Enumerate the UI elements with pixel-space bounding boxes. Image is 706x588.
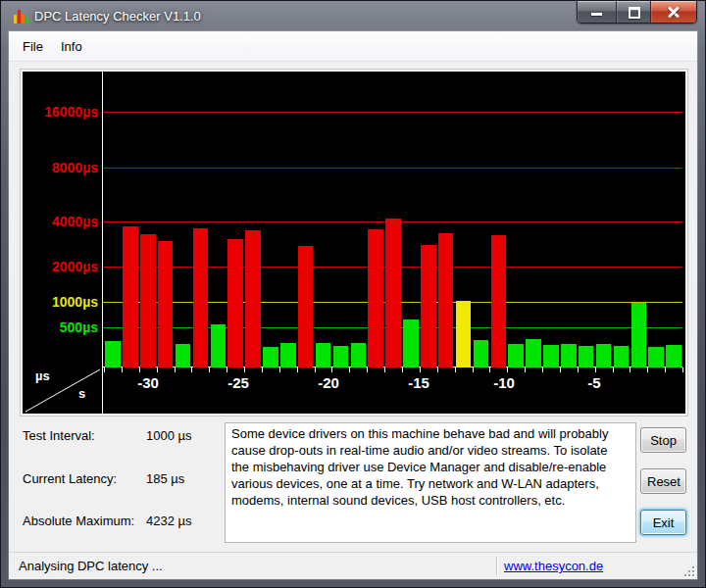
app-window: DPC Latency Checker V1.1.0 File Info µs [0, 0, 706, 588]
latency-bar [245, 230, 261, 368]
latency-bar [596, 344, 612, 368]
x-axis-tick [157, 368, 158, 372]
latency-bar [351, 343, 367, 368]
x-axis-label--20: -20 [306, 374, 351, 391]
y-axis-label-8000: 8000µs [23, 161, 98, 174]
stat-test-interval: Test Interval: 1000 µs [23, 428, 228, 443]
x-axis-tick [209, 368, 210, 372]
maximize-icon [629, 7, 640, 19]
latency-bar [176, 344, 191, 368]
gridline-8000 [103, 168, 682, 169]
menu-bar: File Info [9, 31, 697, 62]
latency-bar [526, 339, 541, 368]
x-axis-tick [613, 368, 614, 372]
x-axis-tick [489, 368, 490, 372]
latency-bar [123, 226, 138, 368]
maximize-button[interactable] [617, 1, 651, 23]
y-axis-line [102, 72, 103, 414]
client-area: µs s 16000µs8000µs4000µs2000µs1000µs500µ… [9, 62, 697, 552]
latency-bar [474, 340, 489, 368]
x-axis-label--25: -25 [216, 374, 261, 391]
stat-value: 185 µs [146, 471, 184, 486]
latency-bar [614, 346, 630, 368]
x-axis-tick [262, 368, 263, 372]
x-axis-tick [525, 368, 526, 372]
latency-bar [333, 346, 349, 368]
latency-bar [438, 233, 454, 368]
stat-value: 1000 µs [146, 428, 192, 443]
stat-absolute-maximum: Absolute Maximum: 4232 µs [23, 514, 228, 528]
x-axis-tick [455, 368, 456, 372]
stat-value: 4232 µs [146, 514, 192, 528]
latency-chart: µs s 16000µs8000µs4000µs2000µs1000µs500µ… [21, 70, 687, 416]
latency-bar [385, 219, 401, 368]
latency-bar [666, 345, 681, 368]
diagnosis-message-box: Some device drivers on this machine beha… [225, 422, 636, 543]
x-axis-tick [331, 368, 332, 372]
close-button[interactable] [651, 1, 696, 23]
x-axis-tick [542, 368, 543, 372]
stat-current-latency: Current Latency: 185 µs [23, 471, 228, 486]
x-axis-tick [437, 368, 438, 372]
latency-bar [648, 347, 664, 368]
stop-button[interactable]: Stop [640, 427, 686, 453]
x-axis-tick [122, 368, 123, 372]
x-axis-tick [682, 368, 683, 372]
latency-bar [211, 324, 227, 368]
latency-bar [508, 344, 524, 368]
latency-bar [280, 343, 296, 368]
x-axis-tick [595, 368, 596, 372]
latency-bar [579, 346, 594, 368]
latency-bar [140, 234, 156, 368]
latency-bar [543, 345, 559, 368]
latency-bar [227, 239, 243, 368]
x-axis-label--15: -15 [396, 374, 441, 391]
x-axis-tick [420, 368, 421, 372]
x-axis-tick [349, 368, 350, 372]
menu-info[interactable]: Info [52, 34, 91, 59]
x-axis-tick [175, 368, 176, 372]
resize-grip-icon[interactable] [682, 564, 695, 577]
latency-bar [298, 246, 314, 368]
x-axis-tick [630, 368, 630, 372]
latency-bar [561, 344, 577, 368]
status-text: Analysing DPC latency ... [19, 559, 163, 573]
latency-bar [631, 303, 647, 368]
reset-button[interactable]: Reset [640, 468, 686, 494]
x-axis-tick [279, 368, 280, 372]
title-bar: DPC Latency Checker V1.1.0 [1, 1, 705, 31]
menu-file[interactable]: File [14, 34, 52, 59]
latency-bar [368, 229, 383, 368]
latency-bar [105, 341, 121, 368]
stat-label: Test Interval: [23, 428, 95, 443]
stat-label: Absolute Maximum: [23, 514, 134, 528]
latency-bar [158, 241, 174, 368]
y-axis-label-500: 500µs [23, 320, 98, 334]
latency-bar [193, 228, 209, 368]
exit-button[interactable]: Exit [640, 510, 686, 535]
axis-corner: µs s [23, 367, 102, 414]
x-axis-tick [473, 368, 474, 372]
minimize-icon [591, 13, 602, 16]
x-axis-unit-label: s [78, 386, 85, 401]
latency-bar [421, 245, 436, 368]
x-axis-tick [367, 368, 368, 372]
latency-bar [491, 235, 507, 368]
x-axis-tick [665, 368, 666, 372]
y-axis-label-4000: 4000µs [23, 215, 98, 228]
minimize-button[interactable] [578, 1, 617, 23]
x-axis-label--10: -10 [481, 374, 527, 391]
latency-bar [316, 343, 331, 368]
x-axis-label--5: -5 [572, 374, 617, 391]
x-axis-tick [507, 368, 508, 372]
thesycon-link[interactable]: www.thesycon.de [504, 559, 603, 573]
x-axis-tick [578, 368, 579, 372]
close-icon [667, 5, 681, 19]
x-axis-label--30: -30 [126, 374, 171, 391]
window-content: File Info µs s 16000µs8000µs4000µs2000µs… [9, 31, 697, 579]
x-axis-tick [402, 368, 403, 372]
x-axis-tick [104, 368, 105, 372]
status-bar-separator [496, 557, 497, 575]
latency-bar [403, 319, 419, 368]
y-axis-label-1000: 1000µs [23, 295, 98, 309]
